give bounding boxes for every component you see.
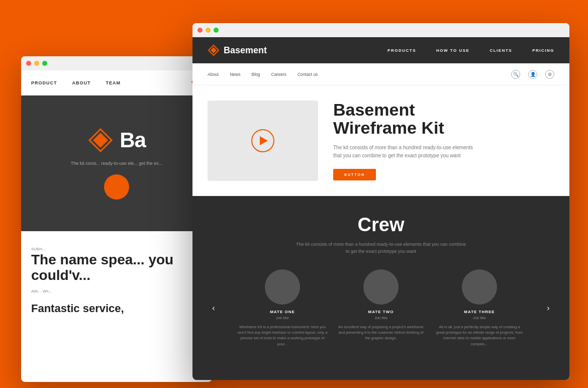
crew-member-1: MATE ONE Job title Wireframe Kit is a pr… bbox=[237, 269, 328, 347]
window-back: PRODUCT ABOUT TEAM Ba The kit consi... r… bbox=[21, 56, 212, 382]
hero-title: Basement Wireframe Kit bbox=[333, 101, 474, 137]
crew-heading: Crew bbox=[208, 214, 554, 236]
back-hero-desc: The kit consi... ready-to-use ele... get… bbox=[71, 160, 163, 167]
crew-title-3: Job title bbox=[434, 316, 525, 320]
search-icon[interactable]: 🔍 bbox=[511, 70, 520, 79]
sec-nav-careers[interactable]: Careers bbox=[271, 72, 286, 77]
sec-nav-contact[interactable]: Contact us bbox=[298, 72, 318, 77]
crew-name-1: MATE ONE bbox=[237, 310, 328, 314]
back-orange-circle bbox=[104, 174, 129, 200]
crew-desc-1: Wireframe Kit is a professional instrume… bbox=[237, 324, 328, 347]
sec-nav-about[interactable]: About bbox=[208, 72, 219, 77]
svg-marker-6 bbox=[211, 47, 217, 53]
dot-yellow[interactable] bbox=[34, 61, 39, 66]
back-body: Alth... Wh... bbox=[31, 288, 202, 295]
play-triangle-icon bbox=[260, 136, 268, 145]
sec-nav-news[interactable]: News bbox=[230, 72, 240, 77]
crew-name-3: MATE THREE bbox=[434, 310, 525, 314]
navbar-logo-icon bbox=[208, 44, 220, 56]
hero-description: The kit consists of more than a hundred … bbox=[333, 144, 474, 160]
crew-desc-3: All in all, just a perfectly simple way … bbox=[434, 324, 525, 347]
crew-avatar-3 bbox=[462, 269, 497, 305]
crew-desc-2: An excellent way of preparing a project'… bbox=[336, 324, 426, 341]
nav-products[interactable]: PRODUCTS bbox=[387, 48, 416, 53]
window-front: Basement PRODUCTS HOW TO USE CLIENTS PRI… bbox=[192, 23, 569, 380]
back-logo-text: Ba bbox=[120, 128, 146, 152]
navbar-logo-text: Basement bbox=[224, 45, 267, 56]
crew-avatar-1 bbox=[265, 269, 300, 305]
back-hero: Ba The kit consi... ready-to-use ele... … bbox=[21, 95, 212, 231]
crew-avatar-2 bbox=[363, 269, 399, 305]
hero-video[interactable] bbox=[208, 101, 318, 181]
dot-red[interactable] bbox=[26, 61, 31, 66]
back-nav: PRODUCT ABOUT TEAM bbox=[21, 70, 212, 95]
crew-members: ‹ MATE ONE Job title Wireframe Kit is a … bbox=[208, 269, 554, 347]
front-dot-green[interactable] bbox=[214, 28, 219, 33]
nav-clients[interactable]: CLIENTS bbox=[489, 48, 512, 53]
back-nav-about[interactable]: ABOUT bbox=[72, 80, 91, 85]
crew-title-1: Job title bbox=[237, 316, 328, 320]
hero-button[interactable]: BUTTON bbox=[333, 169, 376, 180]
sec-nav-blog[interactable]: Blog bbox=[251, 72, 260, 77]
hero-text: Basement Wireframe Kit The kit consists … bbox=[333, 101, 474, 180]
navbar-top: Basement PRODUCTS HOW TO USE CLIENTS PRI… bbox=[192, 37, 569, 63]
crew-member-2: MATE TWO Job title An excellent way of p… bbox=[336, 269, 426, 341]
crew-title-2: Job title bbox=[336, 316, 426, 320]
navbar-secondary: About News Blog Careers Contact us 🔍 👤 ⚙ bbox=[192, 63, 569, 85]
crew-section: Crew The kit consists of more than a hun… bbox=[192, 196, 569, 380]
navbar-logo: Basement bbox=[208, 44, 267, 56]
titlebar-front bbox=[192, 23, 569, 37]
front-dot-yellow[interactable] bbox=[206, 28, 211, 33]
nav-pricing[interactable]: PRICING bbox=[532, 48, 554, 53]
back-fantastic: Fantastic service, bbox=[31, 302, 202, 315]
hero-section: Basement Wireframe Kit The kit consists … bbox=[192, 85, 569, 196]
crew-name-2: MATE TWO bbox=[336, 310, 426, 314]
nav-how-to-use[interactable]: HOW TO USE bbox=[436, 48, 469, 53]
crew-subtext: The kit consists of more than a hundred … bbox=[296, 241, 466, 255]
titlebar-back bbox=[21, 56, 212, 70]
settings-icon[interactable]: ⚙ bbox=[545, 70, 554, 79]
back-logo-icon bbox=[87, 127, 114, 153]
navbar-secondary-icons: 🔍 👤 ⚙ bbox=[511, 70, 554, 79]
navbar-secondary-links: About News Blog Careers Contact us bbox=[208, 72, 511, 77]
crew-member-3: MATE THREE Job title All in all, just a … bbox=[434, 269, 525, 347]
back-white-section: SUBH... The name spea... you could'v... … bbox=[21, 231, 212, 330]
back-nav-product[interactable]: PRODUCT bbox=[31, 80, 57, 85]
back-logo-area: Ba bbox=[87, 127, 146, 153]
back-heading: The name spea... you could'v... bbox=[31, 252, 202, 283]
front-dot-red[interactable] bbox=[198, 28, 203, 33]
play-button[interactable] bbox=[251, 129, 274, 152]
crew-prev-arrow[interactable]: ‹ bbox=[208, 302, 220, 314]
crew-next-arrow[interactable]: › bbox=[542, 302, 554, 314]
user-icon[interactable]: 👤 bbox=[528, 70, 537, 79]
navbar-top-links: PRODUCTS HOW TO USE CLIENTS PRICING bbox=[387, 48, 554, 53]
back-nav-team[interactable]: TEAM bbox=[106, 80, 121, 85]
dot-green[interactable] bbox=[42, 61, 47, 66]
